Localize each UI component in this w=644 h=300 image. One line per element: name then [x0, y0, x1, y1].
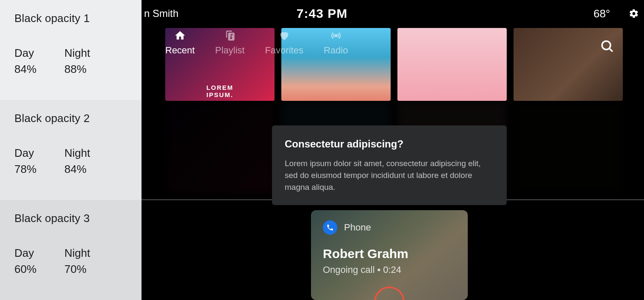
- user-name: n Smith: [144, 8, 178, 19]
- tile-label: LOREM IPSUM.: [206, 84, 233, 98]
- caller-name: Robert Grahm: [323, 247, 456, 261]
- opacity-sidebar: Black opacity 1 Day 84% Night 88% Black …: [0, 0, 142, 300]
- day-label: Day: [14, 245, 36, 261]
- opacity-block-2: Black opacity 2 Day 78% Night 84%: [0, 100, 142, 200]
- media-tile[interactable]: [397, 28, 507, 101]
- svg-point-1: [602, 41, 611, 50]
- night-label: Night: [64, 245, 90, 261]
- day-value: 84%: [14, 61, 36, 78]
- opacity-block-3: Black opacity 3 Day 60% Night 70%: [0, 200, 142, 300]
- night-label: Night: [64, 145, 90, 161]
- night-value: 84%: [64, 161, 90, 178]
- temperature: 68°: [594, 7, 610, 20]
- search-icon: [600, 39, 614, 53]
- svg-point-0: [334, 34, 337, 37]
- clock: 7:43 PM: [297, 6, 347, 21]
- day-label: Day: [14, 45, 36, 61]
- call-status: Ongoing call • 0:24: [323, 264, 456, 275]
- tab-label: Radio: [324, 45, 348, 56]
- opacity-block-1: Black opacity 1 Day 84% Night 88%: [0, 0, 142, 100]
- tab-label: Recent: [165, 45, 195, 56]
- night-value: 88%: [64, 61, 90, 78]
- call-card[interactable]: Phone Robert Grahm Ongoing call • 0:24: [311, 210, 468, 300]
- home-icon: [174, 30, 186, 42]
- playlist-icon: [224, 30, 236, 42]
- day-value: 60%: [14, 261, 36, 278]
- tab-playlist[interactable]: Playlist: [215, 30, 245, 56]
- radio-icon: [330, 30, 342, 42]
- day-value: 78%: [14, 161, 36, 178]
- dialog-card[interactable]: Consectetur adipiscing? Lorem ipsum dolo…: [272, 125, 507, 205]
- dialog-body: Lorem ipsum dolor sit amet, consectetur …: [285, 158, 494, 193]
- settings-icon[interactable]: [627, 7, 641, 20]
- tab-recent[interactable]: Recent: [165, 30, 195, 56]
- tab-label: Playlist: [215, 45, 245, 56]
- opacity-title: Black opacity 2: [14, 112, 127, 125]
- day-label: Day: [14, 145, 36, 161]
- media-tabs: Recent Playlist Favorites Radio: [165, 30, 348, 56]
- night-label: Night: [64, 45, 90, 61]
- opacity-title: Black opacity 1: [14, 12, 127, 25]
- svg-line-2: [609, 48, 612, 51]
- end-call-button[interactable]: [374, 286, 405, 300]
- tab-radio[interactable]: Radio: [324, 30, 348, 56]
- tab-label: Favorites: [265, 45, 303, 56]
- night-value: 70%: [64, 261, 90, 278]
- phone-icon: [323, 220, 337, 235]
- search-button[interactable]: [600, 39, 614, 55]
- call-app-label: Phone: [344, 222, 371, 233]
- dialog-title: Consectetur adipiscing?: [285, 138, 494, 150]
- heart-icon: [278, 30, 290, 42]
- tab-favorites[interactable]: Favorites: [265, 30, 303, 56]
- opacity-title: Black opacity 3: [14, 212, 127, 225]
